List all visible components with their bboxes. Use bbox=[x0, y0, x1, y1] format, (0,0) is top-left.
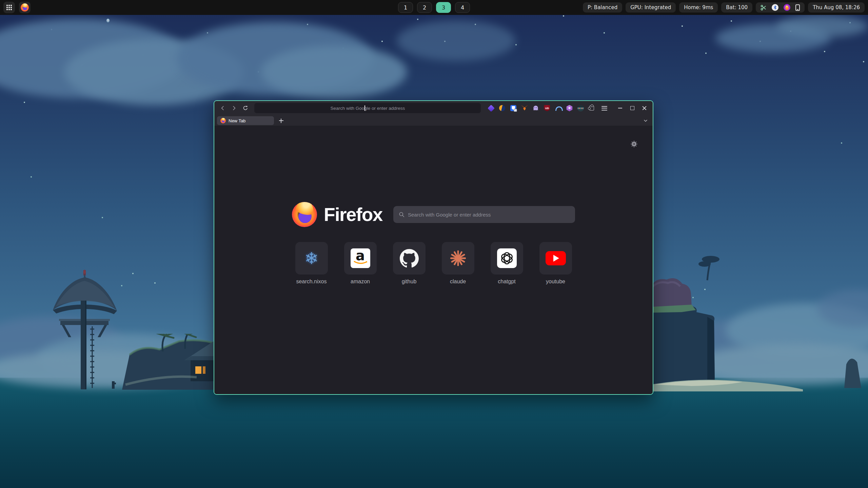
status-bar: 1 2 3 4 P: Balanced GPU: Integrated Home… bbox=[0, 0, 868, 15]
reload-button[interactable] bbox=[240, 103, 250, 113]
shortcut-label: amazon bbox=[351, 279, 370, 285]
layers-diamond-icon[interactable] bbox=[488, 105, 494, 111]
ping-pill[interactable]: Home: 9ms bbox=[679, 2, 718, 13]
phone-icon[interactable] bbox=[795, 4, 800, 11]
cloud bbox=[776, 15, 868, 37]
system-tray bbox=[756, 2, 805, 13]
workspace-switcher: 1 2 3 4 bbox=[398, 2, 470, 13]
openai-knot-icon bbox=[497, 248, 517, 268]
urlbar-placeholder: Search with Google or enter address bbox=[331, 106, 405, 111]
firefox-window: Search with Google or enter address UD bbox=[214, 100, 653, 395]
workspace-3-active[interactable]: 3 bbox=[436, 2, 451, 13]
close-button[interactable] bbox=[640, 103, 649, 113]
app-launcher-button[interactable] bbox=[3, 2, 15, 13]
watchtower-silhouette bbox=[51, 269, 119, 390]
search-icon bbox=[399, 211, 405, 218]
shortcut-label: youtube bbox=[546, 279, 565, 285]
firefox-flame-icon[interactable] bbox=[784, 4, 790, 11]
tab-bar: New Tab bbox=[214, 115, 653, 126]
shortcut-tiles: ❄ search.nixos a amazon github bbox=[214, 242, 653, 285]
personalize-gear-icon[interactable] bbox=[630, 140, 638, 148]
firefox-wordmark: Firefox bbox=[324, 204, 382, 225]
new-tab-page: Firefox ❄ search.nixos a bbox=[214, 126, 653, 394]
bluetooth-icon[interactable] bbox=[772, 4, 778, 11]
password-shield-lock-icon[interactable] bbox=[510, 105, 517, 111]
urlbar[interactable]: Search with Google or enter address bbox=[254, 103, 481, 113]
workspace-1[interactable]: 1 bbox=[398, 2, 413, 13]
back-button[interactable] bbox=[218, 103, 228, 113]
firefox-icon bbox=[21, 3, 29, 12]
shortcut-search-nixos[interactable]: ❄ search.nixos bbox=[295, 242, 328, 285]
shortcut-chatgpt[interactable]: chatgpt bbox=[491, 242, 523, 285]
tab-title: New Tab bbox=[229, 118, 245, 123]
new-tab-button[interactable] bbox=[277, 116, 285, 125]
shortcut-label: claude bbox=[450, 279, 466, 285]
amazon-icon: a bbox=[351, 248, 370, 268]
shortcut-youtube[interactable]: youtube bbox=[539, 242, 572, 285]
forward-button[interactable] bbox=[229, 103, 239, 113]
maximize-button[interactable] bbox=[628, 103, 637, 113]
battery-pill[interactable]: Bat: 100 bbox=[721, 2, 752, 13]
masked-face-icon[interactable] bbox=[577, 105, 584, 111]
blue-arc-icon[interactable] bbox=[555, 105, 561, 111]
text-caret bbox=[364, 105, 365, 111]
shield-ud-icon[interactable]: UD bbox=[544, 105, 550, 111]
cloud bbox=[261, 46, 407, 98]
shield-ud-badge: UD bbox=[545, 107, 549, 110]
window-controls bbox=[615, 103, 649, 113]
newtab-hero: Firefox bbox=[214, 202, 653, 227]
shortcut-claude[interactable]: claude bbox=[442, 242, 474, 285]
extensions-puzzle-icon[interactable] bbox=[589, 106, 594, 110]
cloud bbox=[397, 20, 515, 61]
newtab-search-bar[interactable] bbox=[393, 206, 575, 223]
tab-new-tab[interactable]: New Tab bbox=[217, 116, 274, 125]
firefox-launcher-button[interactable] bbox=[19, 2, 31, 13]
ghost-icon[interactable] bbox=[532, 105, 539, 111]
extension-buttons: UD * bbox=[488, 105, 584, 111]
clock[interactable]: Thu Aug 08, 18:26 bbox=[808, 2, 865, 13]
power-profile-pill[interactable]: P: Balanced bbox=[583, 2, 622, 13]
tab-list-dropdown[interactable] bbox=[641, 116, 650, 125]
claude-starburst-icon bbox=[450, 250, 467, 267]
app-menu-button[interactable] bbox=[601, 106, 607, 110]
workspace-2[interactable]: 2 bbox=[417, 2, 432, 13]
shortcut-github[interactable]: github bbox=[393, 242, 426, 285]
hexagon-asterisk-icon[interactable]: * bbox=[566, 105, 573, 111]
network-scissors-icon[interactable] bbox=[761, 5, 767, 11]
shortcut-amazon[interactable]: a amazon bbox=[344, 242, 377, 285]
shortcut-label: chatgpt bbox=[498, 279, 515, 285]
navigation-toolbar: Search with Google or enter address UD bbox=[214, 101, 653, 115]
app-grid-icon bbox=[6, 5, 12, 10]
workspace-4[interactable]: 4 bbox=[455, 2, 470, 13]
metamask-fox-icon[interactable] bbox=[521, 105, 528, 111]
shortcut-label: search.nixos bbox=[296, 279, 327, 285]
dark-reader-icon[interactable] bbox=[499, 105, 506, 111]
cliff-beach-silhouette bbox=[641, 256, 804, 391]
rock-silhouette bbox=[837, 351, 868, 388]
youtube-play-icon bbox=[546, 251, 566, 265]
minimize-button[interactable] bbox=[615, 103, 625, 113]
shortcut-label: github bbox=[402, 279, 417, 285]
github-octocat-icon bbox=[400, 249, 419, 268]
firefox-favicon bbox=[220, 118, 226, 123]
gpu-pill[interactable]: GPU: Integrated bbox=[626, 2, 676, 13]
nixos-snowflake-icon: ❄ bbox=[304, 250, 318, 266]
firefox-logo bbox=[292, 202, 317, 227]
newtab-search-input[interactable] bbox=[408, 212, 570, 218]
